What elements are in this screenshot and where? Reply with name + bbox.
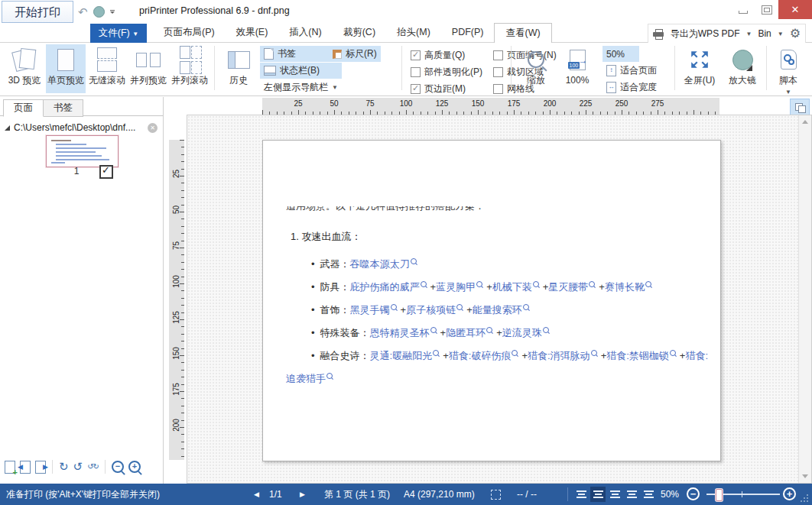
preview-mode-side-scroll-button[interactable]: 并列滚动 (170, 44, 209, 93)
document-link: 恩特精灵圣杯 (370, 327, 430, 338)
tree-expand-icon[interactable] (5, 125, 10, 131)
document-tree-item[interactable]: C:\Users\mefcl\Desktop\dnf.... ✕ (5, 121, 158, 134)
quick-access-toolbar: ↶ (78, 3, 115, 20)
fullscreen-arrows-icon (690, 50, 710, 70)
fit-page-button[interactable]: ↕适合页面 (603, 63, 661, 79)
rotate-clockwise-icon[interactable]: ↻ (59, 461, 69, 473)
two-pages-icon (136, 53, 161, 67)
search-icon (456, 304, 463, 310)
zoom-slider[interactable] (706, 494, 780, 495)
view-mode-4-icon[interactable] (624, 487, 639, 502)
close-document-icon[interactable]: ✕ (148, 123, 158, 133)
checkbox-high-quality[interactable]: 高质量(Q) (411, 47, 465, 63)
preview-mode-3d-button[interactable]: 3D 预览 (5, 44, 44, 93)
document-link: 隐匿耳环 (446, 327, 486, 338)
insert-page-before-icon[interactable]: ◀ (20, 461, 31, 474)
selection-tool-icon[interactable] (491, 490, 501, 500)
preview-mode-seamless-scroll-button[interactable]: 无缝滚动 (87, 44, 127, 93)
bullet-label: 特殊装备： (320, 327, 370, 338)
bin-dropdown-icon[interactable]: ▼ (778, 31, 784, 37)
scroll-up-icon[interactable] (802, 120, 808, 124)
four-pages-icon (180, 46, 200, 74)
tab-insert[interactable]: 插入(N) (278, 23, 332, 42)
ribbon-tab-row: 文件(F) ▼ 页面布局(P) 效果(E) 插入(N) 裁剪(C) 抬头(M) … (0, 23, 812, 43)
status-bar-toggle[interactable]: 状态栏(B) (260, 63, 342, 79)
zoom-slider-thumb[interactable] (716, 489, 723, 501)
start-print-button[interactable]: 开始打印 (2, 1, 73, 23)
ruler-number: 175 (172, 378, 180, 401)
checkbox-part-transparency[interactable]: 部件透明化(P) (411, 64, 482, 79)
history-button[interactable]: 历史 (220, 44, 257, 93)
zoom-50-indicator[interactable]: 50% (603, 46, 639, 62)
page-thumbnail[interactable] (46, 135, 119, 167)
stacked-pages-icon (97, 47, 117, 72)
zoom-out-button[interactable]: − (687, 487, 700, 500)
pages-3d-icon (11, 47, 37, 72)
view-mode-5-icon[interactable] (641, 487, 656, 502)
rotate-180-icon[interactable]: ↺↻ (87, 461, 99, 473)
undo-icon[interactable]: ↶ (78, 6, 88, 18)
left-nav-dropdown[interactable]: 左侧显示导航栏 ▼ (260, 79, 342, 95)
panel-tab-pages[interactable]: 页面 (3, 99, 44, 117)
close-button[interactable]: ✕ (778, 0, 812, 19)
insert-page-after-icon[interactable]: ▶ (35, 461, 46, 474)
prev-page-button[interactable]: ◀ (254, 484, 259, 505)
zoom-in-button[interactable]: + (783, 487, 796, 500)
search-icon (512, 350, 518, 356)
ruler-number: 250 (610, 99, 633, 108)
checkbox-icon (493, 50, 503, 60)
ruler-toggle[interactable]: 标尺(R) (329, 46, 381, 62)
tab-header[interactable]: 抬头(M) (386, 23, 441, 42)
fit-width-button[interactable]: ↔适合宽度 (603, 79, 661, 95)
rotate-counterclockwise-icon[interactable]: ↺ (73, 461, 83, 473)
panel-tab-bookmarks[interactable]: 书签 (43, 99, 83, 117)
single-page-icon (57, 49, 74, 71)
add-page-icon[interactable]: + (5, 461, 15, 474)
page-print-checkbox[interactable] (99, 165, 113, 179)
zoom-button[interactable]: 缩放 (517, 44, 555, 93)
tab-crop[interactable]: 裁剪(C) (333, 23, 386, 42)
ruler-number: 200 (172, 414, 180, 437)
view-mode-1-icon[interactable] (573, 487, 589, 502)
magnifying-glass-button[interactable]: 放大镜 (722, 44, 763, 93)
zoom-out-icon[interactable]: − (112, 461, 124, 473)
next-page-button[interactable]: ▶ (300, 484, 305, 505)
customize-toolbar-icon[interactable] (110, 10, 115, 14)
preview-mode-side-by-side-button[interactable]: 并列预览 (128, 44, 168, 93)
view-mode-3-icon[interactable] (607, 487, 622, 502)
minimize-button[interactable] (731, 0, 755, 19)
ruler-tick (181, 413, 184, 413)
export-dropdown-icon[interactable]: ▼ (745, 31, 752, 37)
tab-pdf[interactable]: PDF(P) (441, 23, 495, 42)
vertical-scrollbar[interactable] (798, 115, 811, 483)
document-link: 逆流灵珠 (502, 327, 542, 338)
tab-view[interactable]: 查看(W) (494, 23, 551, 44)
script-button[interactable]: 脚本▼ (771, 44, 806, 93)
tab-effects[interactable]: 效果(E) (226, 23, 279, 42)
zoom-100-button[interactable]: →100 100% (557, 44, 598, 93)
view-mode-2-icon[interactable] (590, 487, 606, 502)
search-icon (670, 350, 676, 356)
zoom-in-icon[interactable]: + (128, 461, 141, 473)
scroll-down-icon[interactable] (802, 474, 808, 478)
preview-viewport[interactable]: 适用场景。以下是几种值得推荐的搭配方案： 1. 攻速出血流： •武器：吞噬本源太… (187, 115, 812, 484)
tab-page-layout[interactable]: 页面布局(P) (153, 23, 226, 42)
preview-mode-single-page-button[interactable]: 单页预览 (46, 44, 86, 93)
ruler-options-button[interactable] (790, 99, 810, 115)
search-icon (591, 350, 597, 356)
document-link: 黑灵手镯 (350, 304, 390, 316)
document-link: 能量搜索环 (473, 304, 522, 316)
resize-grip[interactable] (801, 494, 808, 502)
tab-file[interactable]: 文件(F) ▼ (90, 24, 147, 43)
export-wps-pdf-button[interactable]: 导出为WPS PDF (671, 28, 740, 40)
settings-gear-icon[interactable]: ⚙ (790, 28, 801, 40)
fullscreen-button[interactable]: 全屏(U) (679, 44, 720, 93)
statusbar-window-icon (264, 66, 276, 76)
ruler-tick (180, 176, 184, 176)
printer-icon[interactable] (653, 29, 664, 38)
checkbox-page-margins[interactable]: 页边距(M) (411, 81, 466, 96)
search-icon (543, 327, 549, 333)
magnifier-tool-icon[interactable] (93, 6, 105, 18)
bin-button[interactable]: Bin (758, 28, 771, 39)
restore-button[interactable] (755, 0, 778, 19)
